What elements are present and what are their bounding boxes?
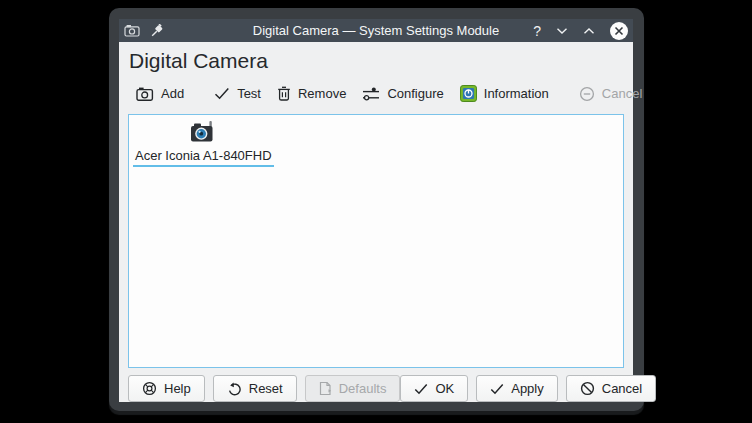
camera-list[interactable]: Acer Iconia A1-840FHD: [128, 114, 624, 368]
toolbar-cancel-button: Cancel: [571, 82, 650, 106]
test-button[interactable]: Test: [206, 82, 269, 105]
close-icon[interactable]: [610, 22, 628, 40]
remove-button[interactable]: Remove: [269, 82, 354, 105]
add-button-label: Add: [161, 86, 184, 101]
document-icon: [319, 381, 332, 396]
circle-minus-icon: [579, 86, 595, 102]
help-button[interactable]: Help: [128, 375, 205, 402]
trash-icon: [277, 86, 291, 101]
check-icon: [214, 87, 230, 100]
window-frame: Digital Camera — System Settings Module: [109, 8, 644, 411]
check-icon: [490, 383, 504, 395]
defaults-button: Defaults: [305, 375, 401, 402]
test-button-label: Test: [237, 86, 261, 101]
list-item-camera[interactable]: Acer Iconia A1-840FHD: [133, 120, 274, 167]
chevron-down-icon[interactable]: [556, 27, 568, 35]
help-icon[interactable]: ?: [533, 24, 541, 38]
remove-button-label: Remove: [298, 86, 346, 101]
cancel-button[interactable]: Cancel: [566, 375, 656, 402]
module-content: Digital Camera Add: [119, 42, 633, 402]
camera-toolbar: Add Test: [128, 79, 624, 108]
lifebuoy-icon: [142, 381, 157, 396]
cancel-button-label: Cancel: [602, 381, 642, 396]
apply-button[interactable]: Apply: [476, 375, 558, 402]
pin-icon[interactable]: [151, 24, 164, 37]
desktop-background: Digital Camera — System Settings Module: [0, 0, 752, 423]
configure-button-label: Configure: [387, 86, 443, 101]
camera-add-icon: [136, 87, 154, 101]
help-button-label: Help: [164, 381, 191, 396]
information-button-label: Information: [484, 86, 549, 101]
dialog-footer: Help Reset: [128, 375, 624, 402]
toolbar-cancel-label: Cancel: [602, 86, 642, 101]
add-button[interactable]: Add: [128, 82, 192, 105]
camera-app-icon: [124, 24, 140, 37]
information-button[interactable]: Information: [452, 81, 557, 106]
configure-button[interactable]: Configure: [354, 82, 451, 105]
page-title: Digital Camera: [129, 47, 624, 74]
camera-item-label[interactable]: Acer Iconia A1-840FHD: [133, 147, 274, 167]
titlebar[interactable]: Digital Camera — System Settings Module: [119, 19, 633, 42]
apply-button-label: Apply: [511, 381, 544, 396]
reset-button-label: Reset: [249, 381, 283, 396]
ok-button-label: OK: [435, 381, 454, 396]
chevron-up-icon[interactable]: [583, 27, 595, 35]
info-badge-icon: [460, 85, 477, 102]
defaults-button-label: Defaults: [339, 381, 387, 396]
reset-button[interactable]: Reset: [213, 375, 297, 402]
undo-icon: [227, 382, 242, 396]
camera-device-icon: [188, 120, 218, 145]
check-icon: [414, 383, 428, 395]
sliders-icon: [362, 87, 380, 101]
ok-button[interactable]: OK: [400, 375, 468, 402]
no-entry-icon: [580, 381, 595, 396]
